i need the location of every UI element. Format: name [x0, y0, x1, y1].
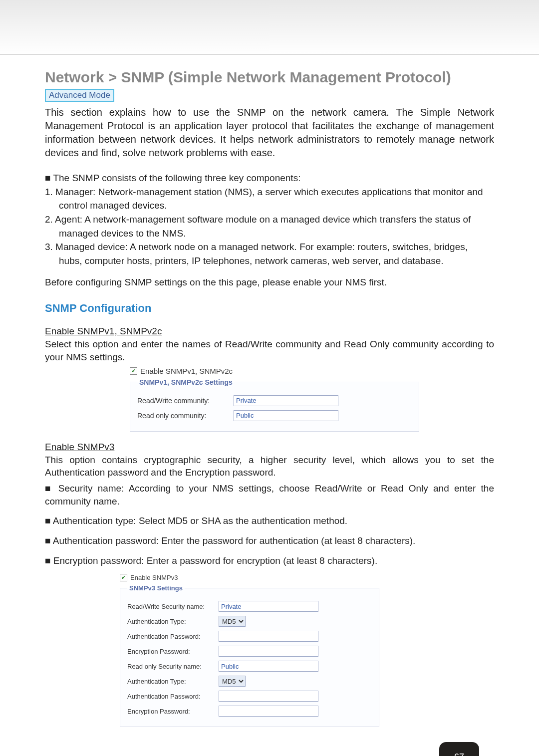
v3-checkbox-label: Enable SNMPv3 — [130, 574, 178, 581]
checkbox-checked-icon[interactable]: ✔ — [120, 574, 127, 581]
rw-auth-type-select[interactable]: MD5 — [219, 616, 246, 627]
header-gradient — [0, 0, 539, 55]
v3-desc: This option contains cryptographic secur… — [45, 454, 494, 479]
ro-auth-pass-input[interactable] — [219, 691, 318, 702]
rw-sec-name-input[interactable] — [219, 601, 318, 612]
v1v2c-heading: Enable SNMPv1, SNMPv2c — [45, 326, 494, 337]
page-title: Network > SNMP (Simple Network Managemen… — [45, 69, 494, 86]
v1v2c-desc: Select this option and enter the names o… — [45, 338, 494, 363]
rw-enc-pass-label: Encryption Password: — [127, 648, 215, 655]
ro-auth-type-select[interactable]: MD5 — [219, 676, 246, 687]
v1v2c-legend: SNMPv1, SNMPv2c Settings — [137, 378, 235, 386]
ro-community-label: Read only community: — [137, 412, 230, 420]
rw-auth-pass-label: Authentication Password: — [127, 633, 215, 640]
v3-bullet-security-name: ■ Security name: According to your NMS s… — [45, 482, 494, 507]
component-1-l1: 1. Manager: Network-management station (… — [45, 186, 494, 199]
components-list: ■ The SNMP consists of the following thr… — [45, 172, 494, 267]
component-2-l2: managed devices to the NMS. — [45, 227, 494, 240]
snmp-config-heading: SNMP Configuration — [45, 302, 494, 315]
v3-checkbox-row[interactable]: ✔ Enable SNMPv3 — [120, 574, 494, 581]
v3-fieldset: SNMPv3 Settings Read/Write Security name… — [120, 584, 379, 727]
ro-sec-name-input[interactable] — [219, 661, 318, 672]
before-note: Before configuring SNMP settings on the … — [45, 277, 494, 288]
rw-sec-name-label: Read/Write Security name: — [127, 603, 215, 610]
rw-community-label: Read/Write community: — [137, 397, 230, 405]
page-number-tab: 67 — [439, 742, 479, 756]
v3-legend: SNMPv3 Settings — [127, 584, 185, 592]
mode-badge: Advanced Mode — [45, 89, 114, 102]
ro-community-input[interactable] — [234, 410, 338, 421]
page-content: Network > SNMP (Simple Network Managemen… — [0, 55, 539, 756]
component-3-l1: 3. Managed device: A network node on a m… — [45, 241, 494, 253]
rw-enc-pass-input[interactable] — [219, 646, 318, 657]
ro-auth-pass-label: Authentication Password: — [127, 693, 215, 700]
rw-community-input[interactable] — [234, 395, 338, 406]
v1v2c-panel-wrap: ✔ Enable SNMPv1, SNMPv2c SNMPv1, SNMPv2c… — [130, 367, 494, 432]
ro-enc-pass-label: Encryption Password: — [127, 708, 215, 715]
v3-bullet-enc-pass: ■ Encryption password: Enter a password … — [45, 554, 494, 567]
v1v2c-checkbox-row[interactable]: ✔ Enable SNMPv1, SNMPv2c — [130, 367, 494, 375]
v3-heading: Enable SNMPv3 — [45, 442, 494, 453]
ro-auth-type-label: Authentication Type: — [127, 678, 215, 685]
v1v2c-fieldset: SNMPv1, SNMPv2c Settings Read/Write comm… — [130, 378, 419, 432]
component-3-l2: hubs, computer hosts, printers, IP telep… — [45, 254, 494, 267]
ro-enc-pass-input[interactable] — [219, 706, 318, 717]
component-2-l1: 2. Agent: A network-management software … — [45, 213, 494, 226]
v1v2c-checkbox-label: Enable SNMPv1, SNMPv2c — [140, 367, 233, 375]
v3-bullet-auth-type: ■ Authentication type: Select MD5 or SHA… — [45, 514, 494, 527]
rw-auth-type-label: Authentication Type: — [127, 618, 215, 625]
v3-panel-wrap: ✔ Enable SNMPv3 SNMPv3 Settings Read/Wri… — [120, 574, 494, 727]
component-1-l2: control managed devices. — [45, 199, 494, 212]
rw-auth-pass-input[interactable] — [219, 631, 318, 642]
intro-paragraph: This section explains how to use the SNM… — [45, 106, 494, 160]
checkbox-checked-icon[interactable]: ✔ — [130, 367, 137, 375]
ro-sec-name-label: Read only Security name: — [127, 663, 215, 670]
v3-bullet-auth-pass: ■ Authentication password: Enter the pas… — [45, 534, 494, 547]
components-intro: ■ The SNMP consists of the following thr… — [45, 172, 494, 185]
